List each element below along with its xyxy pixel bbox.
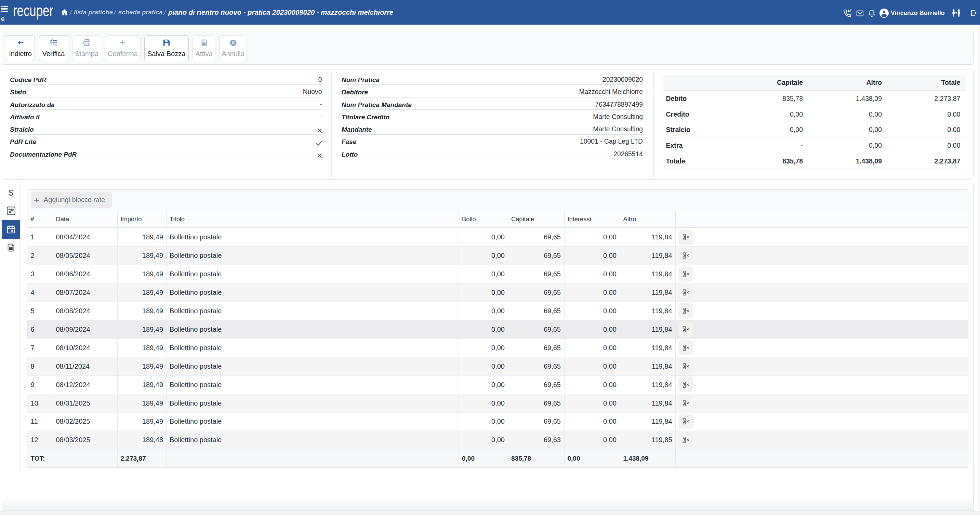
svg-text:recuper: recuper (13, 2, 53, 19)
